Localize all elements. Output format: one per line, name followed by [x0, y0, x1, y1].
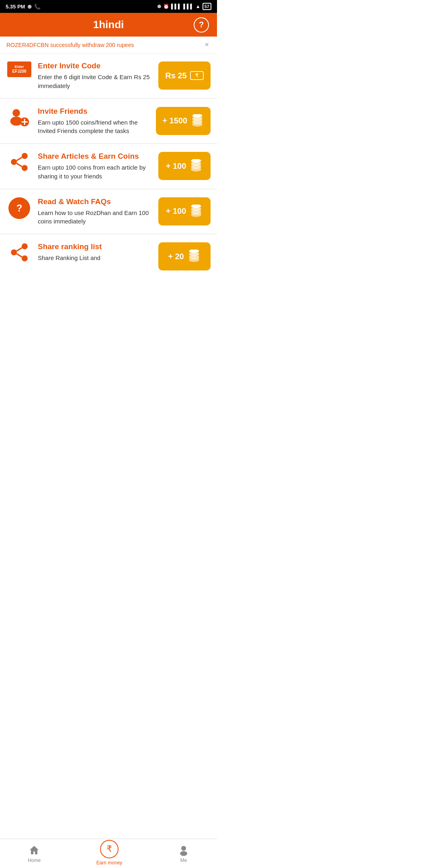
svg-line-37 — [16, 254, 22, 257]
svg-line-17 — [16, 157, 22, 160]
invite-code-content: Enter Invite Code Enter the 6 digit Invi… — [38, 61, 153, 90]
share-articles-svg — [9, 152, 29, 172]
coin-stack-svg-1 — [190, 114, 204, 128]
svg-point-35 — [11, 250, 17, 256]
faq-icon: ? — [6, 197, 32, 219]
share-ranking-svg — [9, 242, 29, 262]
wifi-icon: ▲ — [196, 4, 201, 9]
invite-friends-title: Invite Friends — [38, 107, 150, 116]
person-plus-svg — [8, 107, 31, 129]
svg-text:₹: ₹ — [195, 73, 199, 78]
invite-friends-content: Invite Friends Earn upto 1500 coins/frie… — [38, 107, 150, 136]
signal-icon-1: ▌▌▌ — [171, 4, 182, 9]
faq-content: Read & Watch FAQs Learn how to use RozDh… — [38, 197, 153, 226]
faq-card[interactable]: ? Read & Watch FAQs Learn how to use Roz… — [0, 189, 217, 235]
svg-point-14 — [22, 153, 28, 159]
faq-title: Read & Watch FAQs — [38, 197, 153, 206]
share-ranking-content: Share ranking list Share Ranking List an… — [38, 242, 153, 262]
invite-code-reward-button[interactable]: Rs 25 ₹ — [158, 61, 211, 90]
share-ranking-reward-button[interactable]: + 20 — [158, 242, 211, 270]
share-articles-content: Share Articles & Earn Coins Earn upto 10… — [38, 152, 153, 181]
invite-friends-card[interactable]: Invite Friends Earn upto 1500 coins/frie… — [0, 99, 217, 144]
help-button[interactable]: ? — [194, 17, 209, 33]
svg-point-34 — [22, 256, 28, 262]
phone-icon: 📞 — [34, 4, 41, 10]
invite-friends-desc: Earn upto 1500 coins/friend when the Inv… — [38, 118, 150, 136]
faq-desc: Learn how to use RozDhan and Earn 100 co… — [38, 209, 153, 226]
faq-circle-icon: ? — [8, 197, 30, 219]
faq-reward-label: + 100 — [166, 207, 186, 216]
share-articles-title: Share Articles & Earn Coins — [38, 152, 153, 161]
earn-cards-list: Enter EFJ200 Enter Invite Code Enter the… — [0, 53, 217, 327]
share-articles-reward-label: + 100 — [166, 162, 186, 171]
banner-text: ROZER4DFCBN successfully withdraw 200 ru… — [6, 42, 134, 48]
battery-icon: 57 — [203, 3, 211, 10]
withdrawal-banner: ROZER4DFCBN successfully withdraw 200 ru… — [0, 37, 217, 53]
invite-friends-reward-button[interactable]: + 1500 — [156, 107, 211, 135]
share-articles-reward-button[interactable]: + 100 — [158, 152, 211, 180]
invite-code-card[interactable]: Enter EFJ200 Enter Invite Code Enter the… — [0, 53, 217, 99]
svg-line-36 — [16, 248, 22, 251]
coin-stack-svg-3 — [189, 205, 203, 218]
share-articles-desc: Earn upto 100 coins from each article by… — [38, 163, 153, 181]
app-icon-v: ⊕ — [27, 4, 32, 10]
svg-point-2 — [12, 109, 20, 117]
alarm-icon: ⏰ — [163, 4, 169, 9]
svg-point-15 — [22, 165, 28, 171]
svg-point-16 — [11, 159, 17, 165]
rupee-card-svg: ₹ — [190, 71, 204, 80]
share-articles-icon — [6, 152, 32, 172]
share-ranking-desc: Share Ranking List and — [38, 254, 153, 262]
svg-line-18 — [16, 163, 22, 166]
invite-friends-reward-label: + 1500 — [162, 116, 187, 125]
share-articles-card[interactable]: Share Articles & Earn Coins Earn upto 10… — [0, 144, 217, 189]
share-ranking-title: Share ranking list — [38, 242, 153, 251]
app-header: 1hindi ? — [0, 13, 217, 37]
invite-friends-icon — [6, 107, 32, 129]
share-ranking-reward-label: + 20 — [168, 252, 184, 261]
svg-point-33 — [22, 244, 28, 250]
bluetooth-icon: ⊛ — [157, 4, 161, 9]
app-title: 1hindi — [93, 18, 124, 31]
invite-code-title: Enter Invite Code — [38, 61, 153, 70]
share-ranking-card[interactable]: Share ranking list Share Ranking List an… — [0, 234, 217, 278]
coin-stack-svg-4 — [187, 250, 201, 263]
status-right: ⊛ ⏰ ▌▌▌ ▌▌▌ ▲ 57 — [157, 3, 211, 10]
status-bar: 5.35 PM ⊕ 📞 ⊛ ⏰ ▌▌▌ ▌▌▌ ▲ 57 — [0, 0, 217, 13]
share-ranking-icon — [6, 242, 32, 262]
banner-close-button[interactable]: × — [203, 41, 211, 49]
invite-code-desc: Enter the 6 digit Invite Code & Earn Rs … — [38, 73, 153, 90]
signal-icon-2: ▌▌▌ — [183, 4, 194, 9]
invite-code-icon: Enter EFJ200 — [6, 61, 32, 77]
status-left: 5.35 PM ⊕ 📞 — [6, 4, 41, 10]
faq-reward-button[interactable]: + 100 — [158, 197, 211, 225]
coin-stack-svg-2 — [189, 159, 203, 173]
status-time: 5.35 PM — [6, 4, 25, 10]
invite-code-reward-label: Rs 25 — [165, 71, 186, 80]
